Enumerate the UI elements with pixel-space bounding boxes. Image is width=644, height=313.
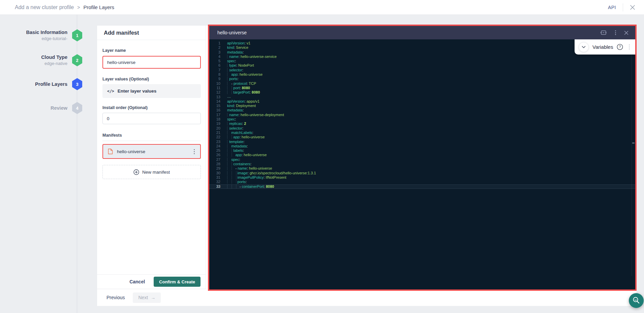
code-line[interactable]: 12 targetPort: 8080 xyxy=(209,90,635,95)
code-line[interactable]: 25 labels: xyxy=(209,148,635,153)
code-text: selector: xyxy=(220,126,243,131)
step-review[interactable]: Review 4 xyxy=(0,101,88,115)
code-line[interactable]: 9 ports: xyxy=(209,77,635,81)
code-text: spec: xyxy=(220,117,236,121)
code-line[interactable]: 17 name: hello-universe-deployment xyxy=(209,113,635,117)
help-icon[interactable]: ? xyxy=(617,44,623,50)
manifest-kebab-icon[interactable] xyxy=(192,148,197,155)
step-basic-information[interactable]: Basic Information edge-tutorial- 1 xyxy=(0,28,88,43)
code-text: kind: Service xyxy=(220,45,248,50)
code-line[interactable]: 7 selector: xyxy=(209,68,635,72)
code-line[interactable]: 1apiVersion: v1 xyxy=(209,41,635,45)
code-text: spec: xyxy=(220,59,236,63)
code-icon: </> xyxy=(107,89,114,94)
line-number: 11 xyxy=(209,86,220,90)
editor-body[interactable]: 1apiVersion: v12kind: Service3metadata:4… xyxy=(209,39,635,276)
code-line[interactable]: 16metadata: xyxy=(209,108,635,112)
code-line[interactable]: 29 - name: hello-universe xyxy=(209,166,635,171)
step-profile-layers[interactable]: Profile Layers 3 xyxy=(0,77,88,92)
step-number-badge[interactable]: 2 xyxy=(72,54,82,66)
layer-name-label: Layer name xyxy=(102,48,201,53)
confirm-create-button[interactable]: Confirm & Create xyxy=(154,277,201,287)
split-view-icon[interactable] xyxy=(600,29,608,36)
code-line[interactable]: 24 metadata: xyxy=(209,144,635,148)
code-line[interactable]: 10 - protocol: TCP xyxy=(209,81,635,86)
code-text: ports: xyxy=(220,77,239,81)
code-line[interactable]: 31 imagePullPolicy: IfNotPresent xyxy=(209,175,635,180)
line-number: 31 xyxy=(209,175,220,180)
editor-kebab-icon[interactable] xyxy=(612,28,619,37)
code-line[interactable]: 2kind: Service xyxy=(209,45,635,50)
code-line[interactable]: 28 containers: xyxy=(209,162,635,166)
scrollbar-thumb[interactable] xyxy=(632,142,635,144)
breadcrumb-parent[interactable]: Add a new cluster profile xyxy=(15,4,74,10)
layer-values-label: Layer values (Optional) xyxy=(102,77,201,81)
code-line[interactable]: 33 - containerPort: 8080 xyxy=(209,184,635,189)
code-text: - containerPort: 8080 xyxy=(220,184,274,189)
code-line[interactable]: 14apiVersion: apps/v1 xyxy=(209,99,635,104)
line-number: 2 xyxy=(209,45,220,50)
code-text: - name: hello-universe xyxy=(220,166,272,171)
line-number: 27 xyxy=(209,158,220,162)
new-manifest-button[interactable]: New manifest xyxy=(102,165,201,179)
code-line[interactable]: 22 app: hello-universe xyxy=(209,135,635,139)
code-line[interactable]: 8 app: hello-universe xyxy=(209,72,635,77)
next-button[interactable]: Next → xyxy=(133,292,161,303)
code-line[interactable]: 30 image: ghcr.io/spectrocloud/hello-uni… xyxy=(209,171,635,175)
editor-close-icon[interactable] xyxy=(623,30,629,36)
code-line[interactable]: 4 name: hello-universe-service xyxy=(209,55,635,59)
step-cloud-type[interactable]: Cloud Type edge-native 2 xyxy=(0,53,88,68)
api-button[interactable]: API xyxy=(608,5,616,10)
step-number-badge[interactable]: 3 xyxy=(72,78,82,90)
code-text: app: hello-universe xyxy=(220,135,265,139)
manifests-label: Manifests xyxy=(102,133,201,138)
code-text: template: xyxy=(220,140,244,144)
code-line[interactable]: 11 port: 8080 xyxy=(209,86,635,90)
code-line[interactable]: 5spec: xyxy=(209,59,635,63)
next-label: Next xyxy=(138,295,148,300)
line-number: 28 xyxy=(209,162,220,166)
code-text: app: hello-universe xyxy=(220,72,263,77)
step-number-badge[interactable]: 1 xyxy=(72,29,82,41)
code-line[interactable]: 6 type: NodePort xyxy=(209,63,635,68)
enter-layer-values-button[interactable]: </> Enter layer values xyxy=(102,84,201,98)
manifest-editor: hello-universe 1apiVersion: v12kind: Ser… xyxy=(208,25,637,291)
code-line[interactable]: 27 spec: xyxy=(209,158,635,162)
code-line[interactable]: 13--- xyxy=(209,95,635,99)
line-number: 3 xyxy=(209,50,220,55)
code-line[interactable]: 15kind: Deployment xyxy=(209,104,635,108)
previous-button[interactable]: Previous xyxy=(106,295,125,300)
code-line[interactable]: 20 selector: xyxy=(209,126,635,131)
line-number: 30 xyxy=(209,171,220,175)
line-number: 1 xyxy=(209,41,220,45)
code-line[interactable]: 18spec: xyxy=(209,117,635,121)
stepper: Basic Information edge-tutorial- 1 Cloud… xyxy=(0,15,91,313)
step-subtitle: edge-native xyxy=(41,61,67,66)
code-line[interactable]: 3metadata: xyxy=(209,50,635,55)
chevron-down-icon[interactable] xyxy=(579,42,589,52)
code-line[interactable]: 19 replicas: 2 xyxy=(209,121,635,126)
code-line[interactable]: 23 template: xyxy=(209,140,635,144)
install-order-label: Install order (Optional) xyxy=(102,105,201,110)
pager: Previous Next → xyxy=(97,289,637,306)
layer-name-input[interactable] xyxy=(102,56,201,69)
line-number: 19 xyxy=(209,121,220,126)
code-text: labels: xyxy=(220,148,244,153)
cancel-button[interactable]: Cancel xyxy=(129,279,145,284)
install-order-input[interactable] xyxy=(102,113,201,124)
line-number: 16 xyxy=(209,108,220,112)
line-number: 17 xyxy=(209,113,220,117)
close-icon[interactable] xyxy=(630,5,635,10)
code-line[interactable]: 32 ports: xyxy=(209,180,635,184)
code-text: app: hello-universe xyxy=(220,153,267,157)
variables-kebab-icon[interactable] xyxy=(627,43,632,51)
line-number: 5 xyxy=(209,59,220,63)
search-fab[interactable] xyxy=(629,293,644,308)
manifest-item[interactable]: hello-universe xyxy=(102,144,201,159)
editor-scrollbar[interactable] xyxy=(632,39,635,276)
manifest-file-icon xyxy=(108,148,113,154)
code-text: matchLabels: xyxy=(220,131,253,135)
step-number-badge[interactable]: 4 xyxy=(72,102,82,114)
code-line[interactable]: 26 app: hello-universe xyxy=(209,153,635,157)
code-line[interactable]: 21 matchLabels: xyxy=(209,131,635,135)
